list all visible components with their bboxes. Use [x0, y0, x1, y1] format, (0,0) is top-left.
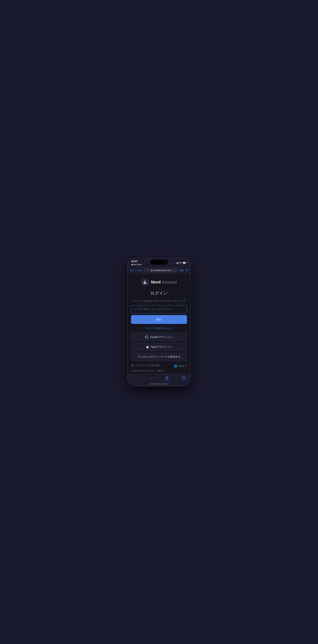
- wifi-icon: [179, 262, 182, 264]
- browser-aa-button[interactable]: ああ: [179, 269, 184, 272]
- browser-url-text: nordaccount.com: [154, 269, 171, 272]
- footer-area: ライトモードへの切り替え 🌐 日本語 ▼ support@nordaccount…: [131, 364, 187, 374]
- back-arrow-icon: ◀: [131, 263, 133, 266]
- phone-screen: 15:37 ◀ App Store: [128, 258, 190, 386]
- svg-line-7: [133, 366, 134, 366]
- battery-icon: [183, 262, 187, 264]
- volume-down-button[interactable]: [127, 296, 128, 304]
- volume-up-button[interactable]: [127, 285, 128, 294]
- share-button[interactable]: [165, 376, 169, 380]
- status-right: [176, 262, 187, 264]
- dropdown-arrow-icon: ▼: [185, 365, 187, 367]
- status-left: 15:37 ◀ App Store: [131, 260, 142, 266]
- footer-row: ライトモードへの切り替え 🌐 日本語 ▼: [131, 364, 187, 368]
- web-content: Nord Account ログイン アカウントをお持ちではありませんか？ サイン…: [128, 274, 190, 374]
- light-mode-label: ライトモードへの切り替え: [135, 364, 160, 367]
- svg-line-8: [133, 364, 134, 365]
- globe-icon: 🌐: [174, 364, 177, 368]
- browser-url-bar[interactable]: 🔒 nordaccount.com: [144, 268, 177, 272]
- compass-icon: [182, 376, 186, 380]
- home-bar[interactable]: [150, 384, 168, 384]
- signal-bars-icon: [176, 262, 178, 264]
- svg-line-9: [132, 366, 132, 366]
- power-button[interactable]: [190, 285, 191, 297]
- terms-label[interactable]: 利用規約: [156, 370, 164, 372]
- apple-icon: [146, 345, 149, 348]
- nord-logo-area: Nord Account: [131, 278, 187, 286]
- nord-text-light: Account: [162, 280, 177, 284]
- content-inner: Nord Account ログイン アカウントをお持ちではありませんか？ サイン…: [128, 274, 190, 374]
- support-email[interactable]: support@nordaccount.com: [131, 370, 154, 372]
- safari-toolbar: ＜ ＞: [128, 374, 190, 382]
- onetime-code-button[interactable]: ワンタイムログインコードを取得する: [131, 352, 187, 361]
- forgot-password-link[interactable]: パスワードを忘れましたか？: [131, 327, 187, 330]
- front-camera: [164, 261, 166, 263]
- browser-back-button[interactable]: ＜: [131, 376, 136, 381]
- continue-button[interactable]: 続行: [131, 315, 187, 324]
- compass-button[interactable]: [181, 375, 187, 381]
- svg-point-1: [132, 365, 133, 366]
- apple-signin-text: Appleでサインイン: [151, 345, 172, 348]
- phone-device: 15:37 ◀ App Store: [127, 258, 191, 386]
- language-label: 日本語: [178, 365, 184, 368]
- signup-link[interactable]: サインアップ: [173, 300, 186, 302]
- browser-forward-button[interactable]: ＞: [148, 376, 153, 381]
- status-time: 15:37: [131, 260, 142, 263]
- status-back: ◀ App Store: [131, 263, 142, 266]
- email-input[interactable]: [131, 305, 187, 313]
- signup-prompt: アカウントをお持ちではありませんか？ サインアップ: [131, 300, 187, 302]
- light-mode-toggle[interactable]: ライトモードへの切り替え: [131, 364, 160, 367]
- lock-icon: 🔒: [151, 269, 153, 271]
- nord-mountain-icon: [141, 278, 149, 286]
- apple-signin-button[interactable]: Appleでサインイン: [131, 343, 187, 351]
- browser-actions: ああ ↻: [179, 269, 188, 272]
- browser-refresh-button[interactable]: ↻: [186, 269, 188, 272]
- dynamic-island: [150, 260, 168, 265]
- sun-icon: [131, 364, 134, 367]
- browser-bar: キャンセル 🔒 nordaccount.com ああ ↻: [128, 267, 190, 274]
- home-indicator: [128, 382, 190, 386]
- status-back-label: App Store: [133, 263, 142, 266]
- language-selector[interactable]: 🌐 日本語 ▼: [174, 364, 187, 368]
- svg-line-6: [132, 364, 132, 365]
- nord-brand-text: Nord Account: [151, 280, 177, 284]
- google-signin-button[interactable]: Googleでサインイン: [131, 333, 187, 341]
- login-title: ログイン: [131, 290, 187, 296]
- onetime-code-text: ワンタイムログインコードを取得する: [138, 355, 180, 358]
- nord-text-bold: Nord: [151, 280, 161, 284]
- google-icon: [145, 335, 149, 339]
- google-signin-text: Googleでサインイン: [150, 335, 173, 339]
- signup-prompt-text: アカウントをお持ちではありませんか？: [132, 300, 172, 302]
- share-icon: [165, 376, 169, 380]
- browser-cancel-button[interactable]: キャンセル: [130, 268, 142, 272]
- footer-links: support@nordaccount.com 利用規約: [131, 370, 187, 372]
